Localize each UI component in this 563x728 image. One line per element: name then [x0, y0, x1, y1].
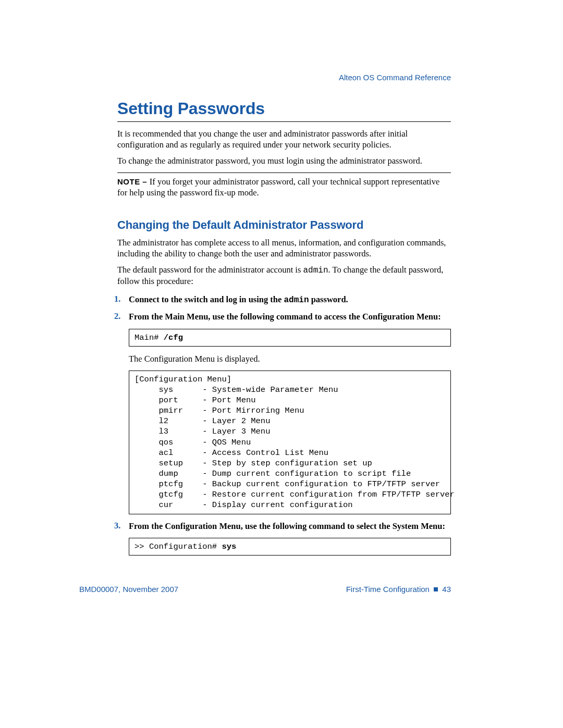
step-1-a: Connect to the switch and log in using t… — [129, 294, 284, 304]
note-label: NOTE – — [117, 177, 150, 186]
step-3-codebox: >> Configuration# sys — [129, 538, 451, 556]
footer-left: BMD00007, November 2007 — [79, 585, 178, 594]
sub-paragraph-2: The default password for the administrat… — [117, 264, 451, 287]
intro-paragraph-1: It is recommended that you change the us… — [117, 128, 451, 150]
step-2-cmd: /cfg — [164, 333, 183, 342]
step-3: From the Configuration Menu, use the fol… — [117, 521, 451, 556]
step-1-code: admin — [284, 295, 309, 305]
step-1-text: Connect to the switch and log in using t… — [129, 294, 451, 306]
step-2-text: From the Main Menu, use the following co… — [129, 311, 451, 322]
step-2-prompt: Main# — [134, 333, 164, 342]
step-3-prompt: >> Configuration# — [134, 542, 222, 551]
footer-square-icon — [434, 587, 438, 591]
footer-page-number: 43 — [442, 585, 451, 594]
intro-paragraph-2: To change the administrator password, yo… — [117, 155, 451, 166]
step-2: From the Main Menu, use the following co… — [117, 311, 451, 514]
running-header: Alteon OS Command Reference — [339, 73, 451, 82]
step-3-text: From the Configuration Menu, use the fol… — [129, 521, 451, 532]
step-1-b: password. — [309, 294, 348, 304]
page-footer: BMD00007, November 2007 First-Time Confi… — [79, 585, 451, 594]
sub-paragraph-1: The administrator has complete access to… — [117, 237, 451, 259]
page-content: Setting Passwords It is recommended that… — [117, 73, 451, 556]
step-2-menu-codebox: [Configuration Menu] sys - System-wide P… — [129, 371, 451, 514]
sub-p2-a: The default password for the administrat… — [117, 265, 303, 275]
footer-chapter: First-Time Configuration — [346, 585, 430, 594]
note-rule-top — [117, 172, 451, 173]
step-1: Connect to the switch and log in using t… — [117, 294, 451, 306]
sub-p2-code: admin — [303, 266, 328, 275]
step-2-codebox: Main# /cfg — [129, 329, 451, 347]
note-text: If you forget your administrator passwor… — [117, 177, 439, 198]
step-3-cmd: sys — [222, 542, 236, 551]
page: Alteon OS Command Reference Setting Pass… — [0, 0, 563, 728]
title-rule — [117, 121, 451, 122]
footer-right: First-Time Configuration 43 — [346, 585, 451, 594]
note-paragraph: NOTE – If you forget your administrator … — [117, 176, 451, 198]
subsection-title: Changing the Default Administrator Passw… — [117, 218, 451, 232]
section-title: Setting Passwords — [117, 99, 451, 118]
procedure-steps: Connect to the switch and log in using t… — [117, 294, 451, 556]
step-2-after: The Configuration Menu is displayed. — [129, 354, 451, 364]
